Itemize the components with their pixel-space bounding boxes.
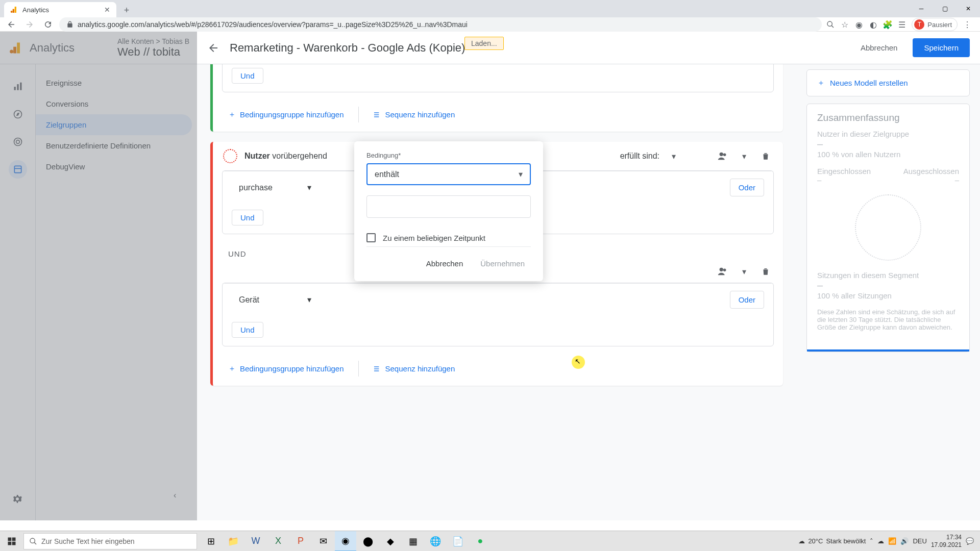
condition-label: Bedingung* [366, 152, 531, 159]
browser-tab[interactable]: Analytics ✕ [4, 2, 116, 17]
parameter-select-device[interactable]: Gerät ▾ [232, 291, 318, 309]
add-sequence-button-2[interactable]: Sequenz hinzufügen [369, 361, 459, 377]
svg-rect-24 [374, 368, 379, 369]
edge-icon[interactable]: 🌐 [425, 531, 446, 552]
builder-main: Und ＋ Bedingungsgruppe hinzufügen Sequen… [197, 64, 796, 520]
language-indicator[interactable]: DEU [913, 537, 926, 545]
and-button-3[interactable]: Und [232, 322, 263, 338]
svg-rect-18 [374, 116, 379, 117]
sequence-icon [373, 111, 381, 119]
delete-group-icon[interactable] [758, 149, 773, 163]
forward-button[interactable] [22, 17, 37, 32]
people-icon[interactable] [716, 149, 730, 163]
app-icon-2[interactable]: ▦ [402, 531, 424, 552]
bookmark-star-icon[interactable]: ☆ [840, 20, 849, 29]
cloud-icon: ☁ [798, 537, 805, 545]
chevron-down-icon: ▾ [307, 295, 311, 305]
and-button-2[interactable]: Und [232, 210, 263, 226]
obs-icon[interactable]: ⬤ [357, 531, 379, 552]
excel-icon[interactable]: X [267, 531, 289, 552]
include-group: Und ＋ Bedingungsgruppe hinzufügen Sequen… [210, 64, 783, 132]
operator-select[interactable]: enthält ▾ [366, 163, 531, 185]
panel-title: Remarketing - Warenkorb - Google Ads (Ko… [230, 41, 465, 55]
panel-back-icon[interactable] [207, 42, 219, 54]
chevron-down-icon: ▾ [307, 183, 311, 192]
reload-button[interactable] [41, 17, 55, 32]
chrome-icon[interactable]: ◉ [335, 531, 356, 552]
svg-point-30 [30, 538, 35, 543]
modal-scrim [0, 32, 197, 520]
svg-rect-28 [8, 541, 12, 545]
add-sequence-button[interactable]: Sequenz hinzufügen [369, 107, 459, 122]
notifications-icon[interactable]: 💬 [966, 537, 974, 545]
back-button[interactable] [4, 17, 18, 32]
notepad-icon[interactable]: 📄 [447, 531, 469, 552]
profile-status: Pausiert [927, 21, 952, 29]
taskbar-search[interactable]: Zur Suche Text hier eingeben [23, 533, 197, 549]
extensions-puzzle-icon[interactable]: 🧩 [883, 20, 892, 29]
plus-icon: ＋ [228, 110, 236, 119]
reading-list-icon[interactable]: ☰ [897, 20, 906, 29]
scope-chevron-icon-2[interactable]: ▾ [737, 264, 751, 279]
svg-rect-26 [8, 537, 12, 541]
condition-filter-popup: Bedingung* enthält ▾ Zu einem beliebigen… [354, 141, 543, 281]
analytics-favicon [10, 6, 18, 14]
panel-save-button[interactable]: Speichern [913, 38, 970, 57]
wifi-icon[interactable]: 📶 [888, 537, 896, 545]
start-button[interactable] [0, 531, 23, 552]
panel-header: Remarketing - Warenkorb - Google Ads (Ko… [197, 32, 980, 64]
task-view-icon[interactable]: ⊞ [200, 531, 222, 552]
tab-title: Analytics [22, 6, 49, 14]
filter-value-input[interactable] [366, 195, 531, 218]
people-icon-2[interactable] [716, 264, 730, 279]
close-window-button[interactable]: ✕ [957, 0, 980, 17]
popup-apply-button[interactable]: Übernehmen [474, 255, 531, 272]
anytime-checkbox-row[interactable]: Zu einem beliebigen Zeitpunkt [366, 229, 531, 247]
svg-rect-27 [12, 537, 16, 541]
add-condition-group-button[interactable]: ＋ Bedingungsgruppe hinzufügen [224, 107, 348, 122]
word-icon[interactable]: W [245, 531, 266, 552]
clock[interactable]: 17:34 17.09.2021 [931, 534, 962, 548]
browser-chrome: Analytics ✕ + ─ ▢ ✕ analytics.google.com… [0, 0, 980, 32]
minimize-button[interactable]: ─ [910, 0, 933, 17]
tab-close-icon[interactable]: ✕ [104, 6, 110, 14]
scope-chevron-icon[interactable]: ▾ [737, 149, 751, 163]
extension-icon-2[interactable]: ◐ [869, 20, 878, 29]
checkbox-icon[interactable] [366, 233, 376, 242]
extension-icon-1[interactable]: ◉ [854, 20, 864, 29]
delete-subgroup-icon[interactable] [758, 264, 773, 279]
svg-point-21 [720, 268, 723, 271]
onedrive-icon[interactable]: ☁ [877, 537, 884, 545]
powerpoint-icon[interactable]: P [290, 531, 311, 552]
svg-point-3 [827, 21, 832, 26]
or-button-2[interactable]: Oder [730, 291, 764, 309]
profile-badge[interactable]: T Pausiert [912, 18, 958, 31]
scope-dropdown-icon[interactable]: ▾ [667, 149, 681, 163]
url-field[interactable]: analytics.google.com/analytics/web/#/p28… [59, 17, 822, 32]
mail-icon[interactable]: ✉ [312, 531, 334, 552]
summary-card: Zusammenfassung Nutzer in dieser Zielgru… [806, 104, 970, 352]
parameter-select-purchase[interactable]: purchase ▾ [232, 179, 318, 196]
tab-bar: Analytics ✕ + ─ ▢ ✕ [0, 0, 980, 17]
kebab-menu-icon[interactable]: ⋮ [963, 20, 972, 29]
app-icon-1[interactable]: ◆ [380, 531, 401, 552]
weather-widget[interactable]: ☁ 20°C Stark bewölkt [798, 537, 866, 545]
svg-point-22 [723, 269, 726, 272]
add-condition-group-button-2[interactable]: ＋ Bedingungsgruppe hinzufügen [224, 361, 348, 377]
new-tab-button[interactable]: + [119, 3, 134, 17]
popup-cancel-button[interactable]: Abbrechen [420, 255, 470, 272]
file-explorer-icon[interactable]: 📁 [223, 531, 244, 552]
zoom-icon[interactable] [826, 20, 835, 29]
svg-rect-25 [374, 370, 379, 371]
svg-point-19 [720, 153, 723, 156]
spotify-icon[interactable]: ● [470, 531, 491, 552]
maximize-button[interactable]: ▢ [933, 0, 957, 17]
panel-cancel-button[interactable]: Abbrechen [853, 39, 905, 56]
new-model-link[interactable]: ＋ Neues Modell erstellen [817, 78, 959, 88]
tray-chevron-icon[interactable]: ˄ [870, 537, 873, 545]
volume-icon[interactable]: 🔊 [900, 537, 909, 545]
and-button[interactable]: Und [232, 68, 263, 84]
svg-rect-16 [374, 112, 379, 113]
or-button[interactable]: Oder [730, 179, 764, 196]
plus-icon: ＋ [228, 364, 236, 373]
